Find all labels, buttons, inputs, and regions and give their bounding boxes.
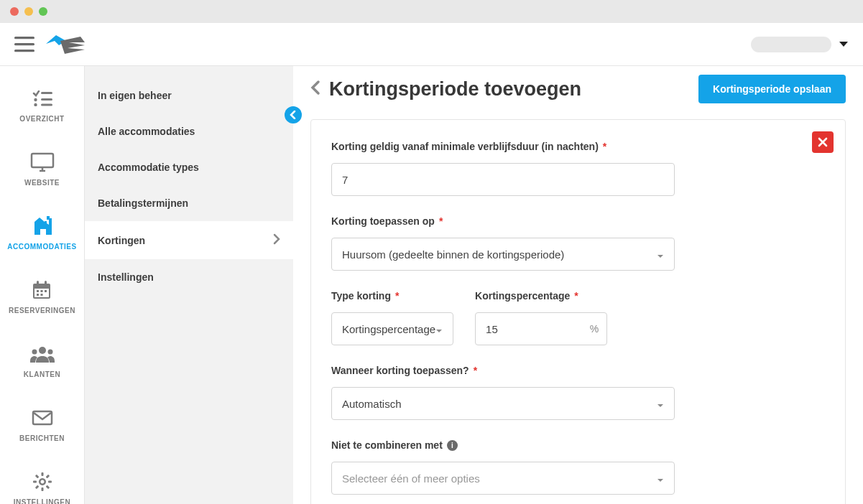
info-icon[interactable]: i — [447, 440, 458, 451]
svg-rect-25 — [33, 481, 37, 483]
content-area: Kortingsperiode toevoegen Kortingsperiod… — [293, 66, 863, 504]
close-icon — [818, 137, 828, 147]
submenu-item-kortingen[interactable]: Kortingen — [85, 221, 293, 259]
iconbar-item-accommodaties[interactable]: ACCOMMODATIES — [7, 215, 76, 251]
iconbar-label: WEBSITE — [24, 179, 60, 187]
house-icon — [30, 215, 55, 237]
checklist-icon — [30, 88, 55, 109]
pct-input[interactable] — [475, 312, 607, 345]
svg-rect-16 — [45, 290, 47, 292]
svg-rect-9 — [47, 216, 50, 220]
min-stay-label: Korting geldig vanaf minimale verblijfsd… — [331, 141, 606, 152]
pct-suffix: % — [590, 323, 599, 335]
when-label: Wanneer korting toepassen?* — [331, 365, 477, 376]
iconbar-label: ACCOMMODATIES — [7, 243, 76, 251]
svg-rect-12 — [37, 281, 39, 286]
caret-down-icon — [657, 248, 664, 261]
submenu-item-in-eigen-beheer[interactable]: In eigen beheer — [85, 78, 293, 113]
submenu-item-betalingstermijnen[interactable]: Betalingstermijnen — [85, 185, 293, 221]
calendar-icon — [29, 279, 54, 301]
svg-point-19 — [39, 347, 46, 354]
combine-label: Niet te combineren met i — [331, 439, 458, 451]
svg-rect-0 — [14, 37, 34, 39]
apply-to-label: Korting toepassen op* — [331, 215, 443, 227]
iconbar-item-website[interactable]: WEBSITE — [24, 151, 60, 187]
svg-rect-1 — [14, 43, 34, 45]
svg-rect-28 — [34, 485, 39, 490]
submenu-label: In eigen beheer — [98, 90, 172, 101]
window-titlebar — [0, 0, 863, 23]
iconbar-item-overzicht[interactable]: OVERZICHT — [19, 88, 64, 123]
iconbar-label: OVERZICHT — [19, 115, 64, 123]
chevron-right-icon — [273, 233, 280, 247]
submenu-item-instellingen[interactable]: Instellingen — [85, 259, 293, 295]
pct-label: Kortingspercentage* — [475, 290, 578, 302]
iconbar-item-klanten[interactable]: KLANTEN — [24, 343, 60, 378]
svg-rect-2 — [14, 50, 34, 52]
svg-rect-3 — [41, 92, 52, 94]
iconbar-item-instellingen[interactable]: INSTELLINGEN — [14, 471, 70, 504]
iconbar-label: RESERVERINGEN — [9, 307, 75, 314]
svg-rect-18 — [41, 294, 43, 296]
discount-period-card: Korting geldig vanaf minimale verblijfsd… — [310, 119, 846, 504]
min-stay-input[interactable] — [331, 163, 675, 196]
page-title: Kortingsperiode toevoegen — [329, 78, 581, 101]
svg-rect-15 — [41, 290, 43, 292]
caret-down-icon — [657, 398, 664, 410]
svg-rect-23 — [41, 472, 43, 476]
type-select[interactable]: Kortingspercentage — [331, 312, 453, 345]
iconbar-item-berichten[interactable]: BERICHTEN — [19, 407, 65, 442]
combine-select[interactable]: Selecteer één of meer opties — [331, 462, 675, 495]
svg-rect-30 — [45, 485, 50, 490]
caret-down-icon — [657, 472, 664, 485]
monitor-icon — [30, 151, 55, 173]
iconbar-label: BERICHTEN — [19, 434, 65, 442]
svg-rect-11 — [34, 289, 49, 297]
back-button[interactable] — [310, 80, 320, 98]
submenu-item-accommodatie-types[interactable]: Accommodatie types — [85, 149, 293, 185]
svg-point-21 — [47, 350, 52, 355]
svg-rect-27 — [45, 475, 50, 479]
svg-rect-7 — [41, 104, 52, 106]
caret-down-icon[interactable] — [839, 41, 849, 48]
submenu-label: Betalingstermijnen — [98, 197, 188, 209]
window-close-dot[interactable] — [10, 7, 19, 16]
svg-rect-24 — [41, 487, 43, 491]
window-minimize-dot[interactable] — [24, 7, 33, 16]
svg-point-4 — [34, 98, 37, 101]
svg-rect-14 — [37, 290, 39, 292]
topbar — [0, 23, 863, 66]
user-menu-pill[interactable] — [751, 37, 831, 52]
chevron-left-icon — [290, 111, 297, 119]
submenu-label: Alle accommodaties — [98, 126, 195, 137]
gear-icon — [30, 471, 55, 493]
window-maximize-dot[interactable] — [39, 7, 47, 16]
apply-to-value: Huursom (gedeelte binnen de kortingsperi… — [342, 248, 564, 261]
iconbar-label: KLANTEN — [24, 370, 60, 378]
remove-card-button[interactable] — [812, 131, 834, 153]
type-label: Type korting* — [331, 290, 399, 302]
svg-rect-26 — [48, 481, 52, 483]
combine-placeholder: Selecteer één of meer opties — [342, 472, 480, 485]
svg-rect-8 — [32, 154, 53, 167]
when-value: Automatisch — [342, 398, 402, 410]
submenu-item-alle-accommodaties[interactable]: Alle accommodaties — [85, 113, 293, 149]
type-value: Kortingspercentage — [342, 323, 435, 335]
hamburger-icon[interactable] — [14, 37, 34, 52]
submenu: In eigen beheer Alle accommodaties Accom… — [85, 66, 293, 504]
when-select[interactable]: Automatisch — [331, 387, 675, 420]
iconbar-item-reserveringen[interactable]: RESERVERINGEN — [9, 279, 75, 314]
collapse-submenu-button[interactable] — [285, 106, 302, 123]
submenu-label: Kortingen — [98, 235, 145, 246]
apply-to-select[interactable]: Huursom (gedeelte binnen de kortingsperi… — [331, 238, 675, 271]
svg-rect-29 — [34, 475, 39, 479]
submenu-label: Instellingen — [98, 271, 154, 283]
svg-rect-17 — [37, 294, 39, 296]
submenu-label: Accommodatie types — [98, 162, 199, 173]
iconbar-label: INSTELLINGEN — [14, 498, 70, 504]
chevron-left-icon — [310, 80, 320, 95]
app-logo — [45, 34, 85, 55]
svg-rect-13 — [45, 281, 47, 286]
svg-point-6 — [34, 103, 37, 106]
save-button[interactable]: Kortingsperiode opslaan — [698, 75, 846, 103]
